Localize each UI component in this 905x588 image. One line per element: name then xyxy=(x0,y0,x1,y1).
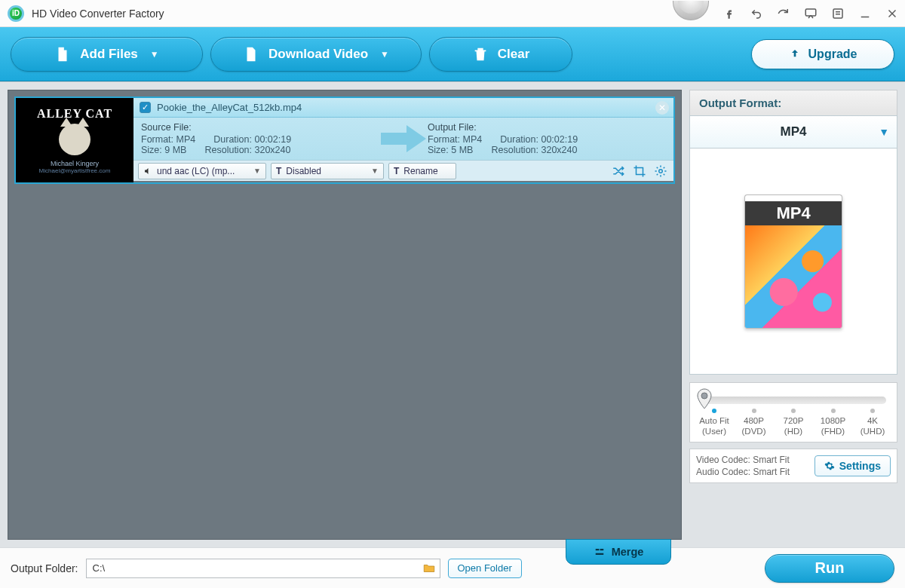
src-size-label: Size: xyxy=(141,145,162,155)
quality-dot xyxy=(831,409,836,413)
rename-button[interactable]: T Rename xyxy=(388,163,456,179)
thumb-credit: Michael Kingery xyxy=(51,160,99,167)
remove-file-icon[interactable]: ✕ xyxy=(655,101,669,115)
output-format-select[interactable]: MP4 ▼ xyxy=(689,115,897,149)
download-video-button[interactable]: Download Video ▼ xyxy=(210,37,422,72)
subtitle-select[interactable]: T Disabled ▼ xyxy=(271,163,384,179)
quality-option[interactable]: Auto Fit(User) xyxy=(699,409,729,437)
audio-codec: Smart Fit xyxy=(753,467,790,477)
quality-label: 480P(DVD) xyxy=(739,416,769,437)
quality-slider[interactable] xyxy=(701,397,886,404)
chevron-down-icon: ▼ xyxy=(371,167,379,175)
minimize-icon[interactable] xyxy=(858,7,872,20)
quality-label: 1080P(FHD) xyxy=(818,416,848,437)
svg-point-6 xyxy=(701,393,707,399)
file-checkbox[interactable]: ✓ xyxy=(140,102,151,113)
thumb-title: ALLEY CAT xyxy=(37,106,112,121)
crop-icon[interactable] xyxy=(631,163,648,179)
out-size-label: Size: xyxy=(428,145,449,155)
quality-option[interactable]: 720P(HD) xyxy=(778,409,808,437)
file-details: ✓ Pookie_the_AlleyCat_512kb.mp4 ✕ Source… xyxy=(133,98,673,182)
quality-dot xyxy=(752,409,756,413)
merge-label: Merge xyxy=(612,546,644,558)
bottom-bar: Merge Output Folder: C:\ Open Folder Run xyxy=(0,547,905,588)
quality-option[interactable]: 1080P(FHD) xyxy=(818,409,848,437)
output-folder-value: C:\ xyxy=(93,562,106,574)
output-folder-input[interactable]: C:\ xyxy=(86,559,440,578)
source-info: Source File: Format: MP4 Duration: 00:02… xyxy=(141,122,379,155)
out-duration-label: Duration: xyxy=(500,134,538,145)
file-item[interactable]: ALLEY CAT Michael Kingery Michael@myarti… xyxy=(14,96,675,184)
src-duration: 00:02:19 xyxy=(254,134,291,145)
app-title: HD Video Converter Factory xyxy=(32,8,164,20)
out-res: 320x240 xyxy=(541,145,578,155)
quality-dot xyxy=(791,409,796,413)
output-panel: Output Format: MP4 ▼ MP4 Auto Fit(User)4… xyxy=(689,90,897,540)
subtitle-icon: T xyxy=(276,166,281,176)
chevron-down-icon: ▼ xyxy=(150,49,159,60)
format-card[interactable]: MP4 xyxy=(744,194,842,329)
file-thumbnail[interactable]: ALLEY CAT Michael Kingery Michael@myarti… xyxy=(16,98,133,182)
quality-label: 4K(UHD) xyxy=(857,416,888,437)
redo-icon[interactable] xyxy=(777,7,790,20)
output-info: Output File: Format: MP4 Duration: 00:02… xyxy=(428,122,666,155)
titlebar-controls xyxy=(673,0,899,27)
format-art xyxy=(745,225,842,328)
quality-slider-box: Auto Fit(User)480P(DVD)720P(HD)1080P(FHD… xyxy=(689,382,897,443)
download-icon xyxy=(243,46,259,63)
subtitle-label: Disabled xyxy=(286,166,321,176)
close-icon[interactable] xyxy=(885,7,899,20)
menu-icon[interactable] xyxy=(831,7,845,20)
settings-button[interactable]: Settings xyxy=(814,455,891,476)
out-format: MP4 xyxy=(463,134,483,145)
dvd-button[interactable] xyxy=(673,1,709,20)
out-res-label: Resolution: xyxy=(491,145,538,155)
out-format-label: Format: xyxy=(428,134,460,145)
clear-label: Clear xyxy=(498,47,530,62)
effects-icon[interactable] xyxy=(652,163,669,179)
upgrade-label: Upgrade xyxy=(808,47,857,61)
audio-track-select[interactable]: und aac (LC) (mp... ▼ xyxy=(138,163,266,179)
upgrade-button[interactable]: Upgrade xyxy=(751,39,894,69)
open-folder-button[interactable]: Open Folder xyxy=(448,559,522,578)
add-files-button[interactable]: Add Files ▼ xyxy=(11,37,203,72)
format-preview: MP4 xyxy=(689,149,897,375)
main-toolbar: Add Files ▼ Download Video ▼ Clear Upgra… xyxy=(0,27,905,81)
chevron-down-icon: ▼ xyxy=(253,167,261,175)
thumb-art xyxy=(59,124,90,155)
shuffle-icon[interactable] xyxy=(610,163,627,179)
source-label: Source File: xyxy=(141,122,379,133)
src-res: 320x240 xyxy=(255,145,291,155)
quality-label: 720P(HD) xyxy=(778,416,808,437)
conversion-arrow-icon xyxy=(379,122,428,155)
facebook-icon[interactable] xyxy=(722,7,736,20)
upgrade-icon xyxy=(789,48,801,60)
src-format: MP4 xyxy=(176,134,196,145)
file-footer: und aac (LC) (mp... ▼ T Disabled ▼ T Ren… xyxy=(133,160,673,181)
main-region: ALLEY CAT Michael Kingery Michael@myarti… xyxy=(0,81,905,547)
slider-thumb-icon[interactable] xyxy=(696,388,713,409)
svg-rect-0 xyxy=(805,9,816,16)
quality-dot xyxy=(870,409,875,413)
audio-codec-label: Audio Codec: xyxy=(696,467,750,477)
folder-icon[interactable] xyxy=(422,562,437,575)
merge-button[interactable]: Merge xyxy=(566,539,671,565)
title-bar: iD HD Video Converter Factory xyxy=(0,0,905,27)
rename-label: Rename xyxy=(403,166,437,176)
feedback-icon[interactable] xyxy=(804,7,818,20)
undo-icon[interactable] xyxy=(750,7,763,20)
add-file-icon xyxy=(54,46,71,63)
quality-option[interactable]: 4K(UHD) xyxy=(857,409,888,437)
app-logo: iD xyxy=(8,5,24,22)
trash-icon xyxy=(472,46,489,63)
file-list: ALLEY CAT Michael Kingery Michael@myarti… xyxy=(8,90,682,540)
out-size: 5 MB xyxy=(451,145,473,155)
run-button[interactable]: Run xyxy=(765,554,894,583)
output-label: Output File: xyxy=(428,122,666,133)
quality-option[interactable]: 480P(DVD) xyxy=(739,409,769,437)
file-name: Pookie_the_AlleyCat_512kb.mp4 xyxy=(157,102,302,113)
src-res-label: Resolution: xyxy=(204,145,252,155)
clear-button[interactable]: Clear xyxy=(429,37,572,72)
gear-icon xyxy=(824,461,835,471)
rename-icon: T xyxy=(394,166,399,176)
